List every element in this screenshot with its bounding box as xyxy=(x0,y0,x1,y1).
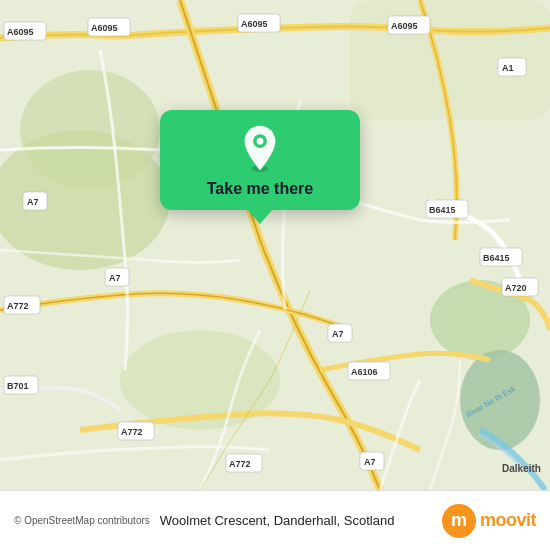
svg-text:A7: A7 xyxy=(109,273,121,283)
moovit-logo: m moovit xyxy=(442,504,536,538)
svg-text:A1: A1 xyxy=(502,63,514,73)
location-pin-icon xyxy=(236,124,284,172)
svg-text:B6415: B6415 xyxy=(429,205,456,215)
svg-text:B701: B701 xyxy=(7,381,29,391)
svg-text:A6095: A6095 xyxy=(91,23,118,33)
location-label: Woolmet Crescent, Danderhall, Scotland xyxy=(160,513,432,528)
svg-text:A772: A772 xyxy=(229,459,251,469)
map-container: A6095 A6095 A6095 A6095 A1 A7 A7 A7 A7 A… xyxy=(0,0,550,490)
svg-text:A6095: A6095 xyxy=(241,19,268,29)
svg-text:Dalkeith: Dalkeith xyxy=(502,463,541,474)
svg-text:A772: A772 xyxy=(7,301,29,311)
moovit-icon: m xyxy=(442,504,476,538)
svg-text:B6415: B6415 xyxy=(483,253,510,263)
svg-text:A7: A7 xyxy=(332,329,344,339)
svg-text:A6106: A6106 xyxy=(351,367,378,377)
svg-point-2 xyxy=(20,70,160,190)
svg-text:A6095: A6095 xyxy=(7,27,34,37)
svg-point-45 xyxy=(257,138,264,145)
bottom-bar: © OpenStreetMap contributors Woolmet Cre… xyxy=(0,490,550,550)
moovit-wordmark: moovit xyxy=(480,510,536,531)
svg-text:A7: A7 xyxy=(27,197,39,207)
navigation-popup[interactable]: Take me there xyxy=(160,110,360,210)
svg-text:A7: A7 xyxy=(364,457,376,467)
map-attribution: © OpenStreetMap contributors xyxy=(14,515,150,526)
svg-text:A720: A720 xyxy=(505,283,527,293)
svg-text:A772: A772 xyxy=(121,427,143,437)
take-me-there-label: Take me there xyxy=(207,180,313,198)
svg-text:A6095: A6095 xyxy=(391,21,418,31)
